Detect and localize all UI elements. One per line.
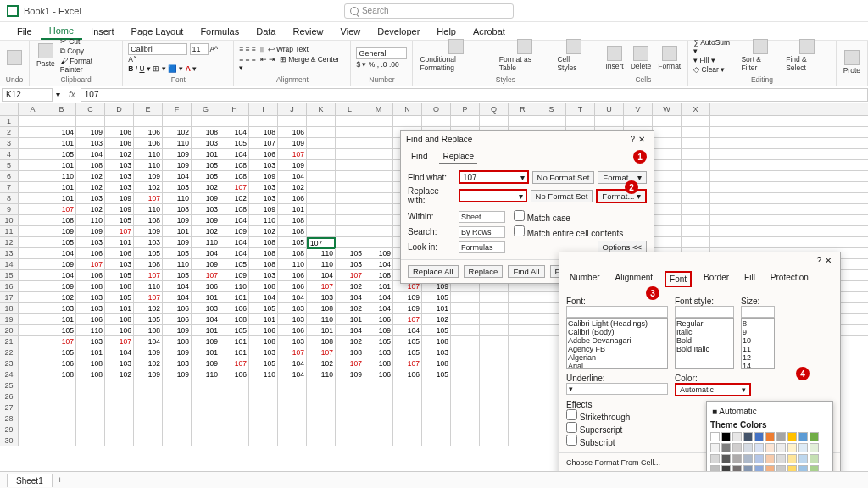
- cell[interactable]: 108: [249, 237, 278, 247]
- cell[interactable]: 103: [278, 303, 307, 313]
- color-swatch[interactable]: [810, 432, 819, 441]
- cell[interactable]: 109: [393, 303, 422, 313]
- cell[interactable]: [220, 424, 249, 435]
- lookin-select[interactable]: Formulas: [459, 241, 505, 253]
- cell[interactable]: [19, 171, 47, 181]
- cell[interactable]: 102: [76, 204, 105, 214]
- column-header[interactable]: H: [220, 103, 249, 115]
- cell[interactable]: [192, 413, 220, 424]
- cell[interactable]: 103: [76, 237, 105, 247]
- cell[interactable]: 103: [249, 347, 278, 358]
- cell[interactable]: [163, 391, 192, 402]
- cell[interactable]: [509, 336, 537, 347]
- cell[interactable]: [105, 380, 134, 391]
- cell[interactable]: [19, 413, 47, 424]
- row-header[interactable]: 16: [0, 281, 19, 291]
- cell[interactable]: 101: [192, 347, 220, 358]
- cell[interactable]: 104: [47, 248, 76, 258]
- cell[interactable]: 110: [47, 171, 76, 181]
- cell[interactable]: 107: [307, 281, 336, 291]
- row-header[interactable]: 19: [0, 314, 19, 324]
- cell[interactable]: [451, 413, 480, 424]
- cell[interactable]: [220, 402, 249, 413]
- cell[interactable]: [364, 171, 393, 181]
- cell[interactable]: [19, 391, 47, 402]
- cell[interactable]: 101: [364, 281, 393, 291]
- cell[interactable]: 106: [249, 325, 278, 336]
- column-header[interactable]: N: [393, 103, 422, 115]
- formula-bar[interactable]: 107: [81, 88, 868, 102]
- row-header[interactable]: 11: [0, 226, 19, 236]
- cell[interactable]: 106: [278, 281, 307, 291]
- cell[interactable]: [653, 182, 682, 192]
- cell[interactable]: 105: [422, 325, 451, 336]
- cell[interactable]: 109: [163, 369, 192, 380]
- cell[interactable]: [163, 435, 192, 446]
- cell[interactable]: [192, 380, 220, 391]
- column-header[interactable]: R: [509, 103, 537, 115]
- cell[interactable]: [682, 215, 710, 225]
- cell[interactable]: 105: [192, 160, 220, 170]
- cell[interactable]: 109: [393, 292, 422, 302]
- cell[interactable]: 108: [76, 160, 105, 170]
- cell[interactable]: 106: [364, 369, 393, 380]
- font-size-select[interactable]: 11: [190, 43, 209, 55]
- cell[interactable]: [249, 435, 278, 446]
- cell[interactable]: 106: [163, 303, 192, 313]
- cell[interactable]: [19, 226, 47, 236]
- cell[interactable]: 109: [163, 347, 192, 358]
- color-swatch[interactable]: [776, 454, 786, 463]
- cell[interactable]: [307, 413, 336, 424]
- cell[interactable]: [682, 237, 710, 247]
- cell[interactable]: 109: [163, 237, 192, 247]
- cell[interactable]: 103: [192, 204, 220, 214]
- cell[interactable]: [105, 424, 134, 435]
- cell[interactable]: [451, 380, 480, 391]
- fx-icon[interactable]: fx: [69, 90, 75, 99]
- cell[interactable]: [653, 127, 682, 137]
- cell[interactable]: [19, 182, 47, 192]
- row-header[interactable]: 22: [0, 347, 19, 358]
- cell[interactable]: 106: [105, 248, 134, 258]
- cell[interactable]: [480, 336, 509, 347]
- color-swatch[interactable]: [765, 454, 775, 463]
- find-select-button[interactable]: Find & Select: [784, 37, 830, 74]
- cell[interactable]: 110: [192, 237, 220, 247]
- cell[interactable]: [336, 116, 364, 126]
- cell[interactable]: 106: [105, 127, 134, 137]
- cell[interactable]: 104: [336, 292, 364, 302]
- match-entire-checkbox[interactable]: [514, 225, 525, 236]
- cell[interactable]: 107: [393, 358, 422, 369]
- cut-button[interactable]: ✂ Cut: [60, 37, 117, 46]
- font-input[interactable]: [566, 306, 668, 318]
- cell[interactable]: [307, 138, 336, 148]
- cell[interactable]: 104: [278, 358, 307, 369]
- cell[interactable]: [278, 402, 307, 413]
- cell[interactable]: 110: [220, 281, 249, 291]
- row-header[interactable]: 21: [0, 336, 19, 347]
- cell[interactable]: 102: [134, 358, 163, 369]
- cell[interactable]: 102: [134, 303, 163, 313]
- cell[interactable]: 105: [249, 303, 278, 313]
- autosum-button[interactable]: ∑ AutoSum ▾: [693, 38, 736, 55]
- cell[interactable]: [480, 325, 509, 336]
- cell[interactable]: [19, 369, 47, 380]
- color-swatch[interactable]: [798, 454, 808, 463]
- column-header[interactable]: O: [422, 103, 451, 115]
- cell[interactable]: 108: [76, 281, 105, 291]
- cell[interactable]: [451, 391, 480, 402]
- cell[interactable]: [364, 402, 393, 413]
- cell[interactable]: [220, 116, 249, 126]
- cell[interactable]: 108: [105, 281, 134, 291]
- cell[interactable]: 102: [249, 226, 278, 236]
- cell[interactable]: 106: [364, 314, 393, 324]
- cell[interactable]: [364, 182, 393, 192]
- column-header[interactable]: B: [47, 103, 76, 115]
- cell[interactable]: [105, 116, 134, 126]
- cell[interactable]: 109: [364, 325, 393, 336]
- cell[interactable]: [134, 380, 163, 391]
- cell[interactable]: [336, 204, 364, 214]
- cell[interactable]: [47, 380, 76, 391]
- cell[interactable]: 108: [249, 127, 278, 137]
- tab-fill[interactable]: Fill: [741, 271, 759, 287]
